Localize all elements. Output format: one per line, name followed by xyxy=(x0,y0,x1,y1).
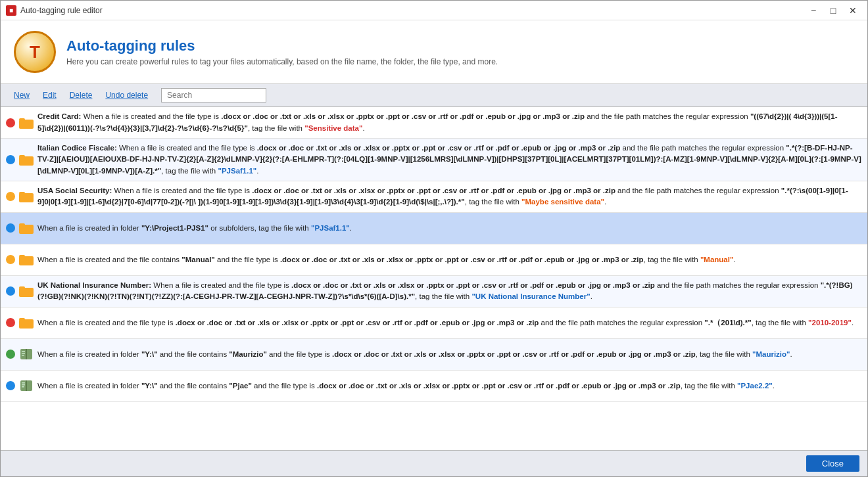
svg-rect-2 xyxy=(19,156,34,166)
svg-rect-0 xyxy=(19,120,34,129)
rule-indicator xyxy=(6,118,15,127)
page-subtitle: Here you can create powerful rules to ta… xyxy=(66,57,498,66)
svg-rect-22 xyxy=(22,384,25,386)
folder-icon xyxy=(19,254,34,265)
svg-rect-10 xyxy=(19,288,34,297)
rule-row[interactable]: Italian Codice Fiscale: When a file is c… xyxy=(1,139,867,181)
rule-text: When a file is created in folder "Y:\" a… xyxy=(37,349,862,360)
rule-row[interactable]: When a file is created in folder "Y:\" a… xyxy=(1,339,867,371)
svg-rect-7 xyxy=(19,223,25,226)
rule-indicator xyxy=(6,381,15,390)
folder-icon xyxy=(19,154,34,166)
header-text: Auto-tagging rules Here you can create p… xyxy=(66,37,498,66)
svg-rect-3 xyxy=(19,155,25,158)
rule-row[interactable]: Credit Card: When a file is created and … xyxy=(1,107,867,139)
undo-delete-button[interactable]: Undo delete xyxy=(100,89,153,102)
app-icon: ■ xyxy=(6,5,16,16)
svg-rect-11 xyxy=(19,286,25,289)
svg-rect-15 xyxy=(26,349,27,359)
new-button[interactable]: New xyxy=(9,89,35,102)
rule-row[interactable]: USA Social Security: When a file is crea… xyxy=(1,181,867,213)
rule-row[interactable]: When a file is created and the file cont… xyxy=(1,244,867,276)
rule-text: When a file is created and the file type… xyxy=(37,317,862,329)
svg-rect-16 xyxy=(22,351,25,352)
window-title: Auto-tagging rule editor xyxy=(20,6,804,15)
rule-row[interactable]: When a file is created in folder "Y:\" a… xyxy=(1,371,867,402)
svg-rect-5 xyxy=(19,192,25,194)
rule-indicator xyxy=(6,350,15,359)
svg-rect-8 xyxy=(19,256,34,265)
book-icon xyxy=(19,380,34,392)
rule-indicator xyxy=(6,223,15,233)
minimize-button[interactable]: − xyxy=(804,4,823,17)
folder-icon xyxy=(19,317,34,329)
svg-rect-17 xyxy=(22,353,25,354)
delete-button[interactable]: Delete xyxy=(64,89,98,102)
rule-indicator xyxy=(6,155,15,164)
search-input[interactable] xyxy=(161,88,266,102)
svg-rect-23 xyxy=(22,386,24,388)
svg-rect-13 xyxy=(19,318,25,321)
svg-rect-1 xyxy=(19,118,25,121)
svg-rect-6 xyxy=(19,225,34,234)
window-close-button[interactable]: ✕ xyxy=(844,4,862,17)
rule-indicator xyxy=(6,255,15,264)
maximize-button[interactable]: □ xyxy=(824,4,842,17)
logo-letter: T xyxy=(30,42,40,62)
rule-text: UK National Insurance Number: When a fil… xyxy=(37,280,862,303)
book-icon xyxy=(19,348,34,360)
rule-text: Credit Card: When a file is created and … xyxy=(37,111,862,134)
rule-text: When a file is created in folder "Y:\" a… xyxy=(37,380,862,392)
folder-icon xyxy=(19,117,34,129)
header-section: T Auto-tagging rules Here you can create… xyxy=(1,20,867,84)
svg-rect-20 xyxy=(26,380,27,391)
title-bar: ■ Auto-tagging rule editor − □ ✕ xyxy=(1,1,867,20)
svg-rect-9 xyxy=(19,255,25,258)
rule-indicator xyxy=(6,192,15,201)
svg-rect-21 xyxy=(22,382,25,384)
rule-row[interactable]: When a file is created in folder "Y:\Pro… xyxy=(1,213,867,244)
rule-text: USA Social Security: When a file is crea… xyxy=(37,185,862,208)
window-controls: − □ ✕ xyxy=(804,4,862,17)
rule-row[interactable]: When a file is created and the file type… xyxy=(1,307,867,339)
svg-rect-4 xyxy=(19,193,34,202)
rule-text: When a file is created and the file cont… xyxy=(37,254,862,265)
page-title: Auto-tagging rules xyxy=(66,37,498,55)
edit-button[interactable]: Edit xyxy=(37,89,62,102)
close-button[interactable]: Close xyxy=(806,455,859,472)
rule-indicator xyxy=(6,286,15,296)
rule-text: Italian Codice Fiscale: When a file is c… xyxy=(37,143,862,177)
svg-rect-12 xyxy=(19,319,34,329)
folder-icon xyxy=(19,285,34,297)
rule-text: When a file is created in folder "Y:\Pro… xyxy=(37,223,862,234)
rule-row[interactable]: UK National Insurance Number: When a fil… xyxy=(1,276,867,307)
rules-list: Credit Card: When a file is created and … xyxy=(1,107,867,450)
folder-icon xyxy=(19,222,34,234)
footer: Close xyxy=(1,450,867,476)
app-logo: T xyxy=(14,31,56,73)
folder-icon xyxy=(19,191,34,202)
svg-rect-18 xyxy=(22,355,24,356)
rule-indicator xyxy=(6,318,15,327)
toolbar: New Edit Delete Undo delete xyxy=(1,84,867,107)
